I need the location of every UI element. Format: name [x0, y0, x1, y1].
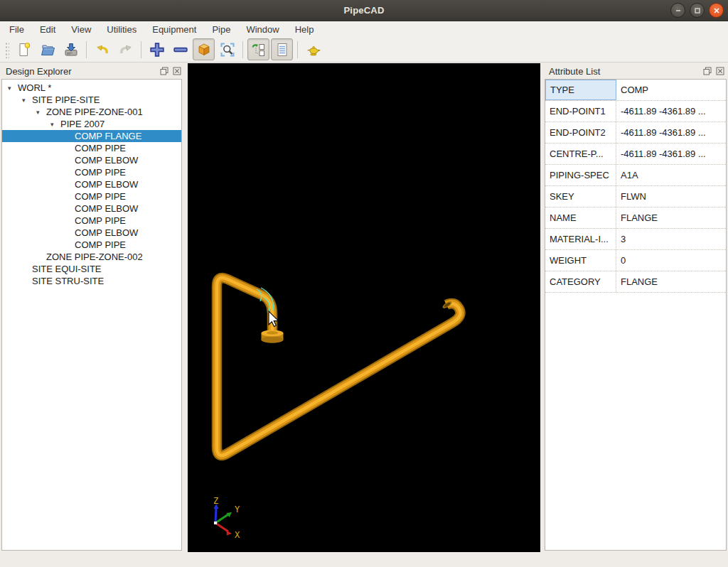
attribute-value[interactable]: -4611.89 -4361.89 ... [616, 101, 726, 122]
zoom-fit-button[interactable] [216, 38, 238, 60]
cube-icon [196, 41, 213, 58]
float-panel-button[interactable] [702, 66, 712, 76]
maximize-button[interactable] [690, 3, 705, 18]
minimize-button[interactable] [670, 3, 685, 18]
tree-item[interactable]: COMP PIPE [2, 142, 181, 154]
attribute-key[interactable]: END-POINT2 [545, 122, 616, 143]
attribute-key[interactable]: END-POINT1 [545, 101, 616, 122]
tree-item-label: SITE STRU-SITE [32, 276, 104, 286]
attribute-value[interactable]: FLANGE [616, 207, 726, 228]
open-folder-icon [39, 41, 56, 58]
attribute-key[interactable]: NAME [545, 207, 616, 228]
tree-item-label: COMP PIPE [75, 239, 126, 250]
tree-item[interactable]: ZONE PIPE-ZONE-002 [2, 251, 181, 263]
viewport-3d[interactable]: Z Y X [188, 63, 540, 552]
toolbar-separator [297, 41, 298, 58]
float-icon [160, 67, 168, 75]
attribute-key[interactable]: WEIGHT [545, 250, 616, 271]
toolbar-separator [141, 41, 141, 58]
tree-item[interactable]: COMP PIPE [2, 166, 181, 178]
design-explorer-panel: Design Explorer ▾WORL *▾SITE PIPE-SITE▾Z… [0, 63, 185, 554]
attribute-value[interactable]: -4611.89 -4361.89 ... [616, 122, 726, 143]
menu-edit[interactable]: Edit [32, 23, 63, 36]
attribute-list-title: Attribute List [549, 66, 700, 77]
tree-item[interactable]: COMP ELBOW [2, 154, 181, 166]
tree-item[interactable]: COMP ELBOW [2, 227, 181, 239]
redo-button[interactable] [114, 38, 136, 60]
menu-equipment[interactable]: Equipment [144, 23, 204, 36]
menu-view[interactable]: View [63, 23, 99, 36]
attribute-key[interactable]: CATEGORY [545, 271, 616, 292]
attribute-value[interactable]: -4611.89 -4361.89 ... [616, 144, 726, 164]
attribute-row: SKEYFLWN [545, 186, 726, 207]
tree-item[interactable]: ▾PIPE 2007 [2, 118, 181, 130]
tree-item[interactable]: COMP PIPE [2, 190, 181, 202]
report-view-button[interactable] [271, 38, 293, 60]
attribute-key[interactable]: MATERIAL-I... [545, 229, 616, 249]
new-button[interactable] [13, 38, 35, 60]
maximize-icon [694, 7, 701, 14]
toolbar-drag-handle[interactable] [4, 41, 9, 58]
tree-item[interactable]: SITE STRU-SITE [2, 275, 181, 287]
attribute-value[interactable]: FLWN [616, 186, 726, 207]
menu-pipe[interactable]: Pipe [204, 23, 238, 36]
zoom-in-button[interactable] [146, 38, 168, 60]
expand-arrow-icon[interactable]: ▾ [8, 85, 18, 92]
z-axis-label: Z [213, 496, 218, 506]
tree-view-button[interactable] [247, 38, 269, 60]
close-panel-button[interactable] [172, 66, 182, 76]
window-title: PipeCAD [343, 5, 384, 16]
new-file-icon [16, 41, 33, 58]
attribute-key[interactable]: TYPE [545, 80, 616, 100]
attribute-row: CATEGORYFLANGE [545, 271, 726, 293]
wizard-button[interactable] [302, 38, 324, 60]
plus-icon [148, 40, 166, 59]
attribute-value[interactable]: 3 [616, 229, 726, 249]
document-icon [274, 41, 291, 58]
tree-item-label: COMP PIPE [75, 167, 126, 178]
close-panel-button[interactable] [715, 66, 725, 76]
tree-item[interactable]: COMP ELBOW [2, 178, 181, 190]
attribute-row: NAMEFLANGE [545, 207, 726, 229]
tree-item[interactable]: COMP PIPE [2, 239, 181, 251]
open-button[interactable] [36, 38, 58, 60]
tree-item-label: COMP ELBOW [75, 227, 138, 238]
attribute-value[interactable]: COMP [616, 80, 726, 100]
tree-item-label: COMP PIPE [75, 191, 126, 202]
expand-arrow-icon[interactable]: ▾ [36, 109, 46, 116]
attribute-key[interactable]: SKEY [545, 186, 616, 207]
close-icon [713, 7, 720, 14]
menu-utilities[interactable]: Utilities [99, 23, 144, 36]
attribute-value[interactable]: A1A [616, 165, 726, 185]
tree-item[interactable]: COMP FLANGE [2, 130, 181, 142]
tree-item[interactable]: SITE EQUI-SITE [2, 263, 181, 275]
design-explorer-tree: ▾WORL *▾SITE PIPE-SITE▾ZONE PIPE-ZONE-00… [1, 79, 182, 551]
attribute-key[interactable]: CENTRE-P... [545, 144, 616, 164]
view-3d-button[interactable] [193, 38, 215, 60]
attribute-key[interactable]: PIPING-SPEC [545, 165, 616, 185]
expand-arrow-icon[interactable]: ▾ [22, 97, 32, 104]
zoom-out-button[interactable] [169, 38, 191, 60]
tree-item[interactable]: ▾ZONE PIPE-ZONE-001 [2, 106, 181, 118]
attribute-value[interactable]: 0 [616, 250, 726, 271]
tree-item-label: PIPE 2007 [60, 119, 105, 129]
float-panel-button[interactable] [159, 66, 169, 76]
attribute-row: END-POINT2-4611.89 -4361.89 ... [545, 122, 726, 144]
menu-help[interactable]: Help [287, 23, 322, 36]
menu-window[interactable]: Window [238, 23, 287, 36]
tree-item[interactable]: ▾SITE PIPE-SITE [2, 94, 181, 106]
close-icon [716, 67, 724, 75]
undo-button[interactable] [91, 38, 113, 60]
tree-item[interactable]: ▾WORL * [2, 82, 181, 94]
menu-file[interactable]: File [1, 23, 32, 36]
close-button[interactable] [709, 3, 724, 18]
menu-bar: FileEditViewUtilitiesEquipmentPipeWindow… [0, 21, 728, 37]
save-button[interactable] [60, 38, 82, 60]
pipe-3d-scene: Z Y X [188, 63, 540, 552]
tree-item[interactable]: COMP ELBOW [2, 202, 181, 215]
tree-item[interactable]: COMP PIPE [2, 215, 181, 227]
attribute-value[interactable]: FLANGE [616, 271, 726, 292]
window-controls [670, 3, 724, 18]
expand-arrow-icon[interactable]: ▾ [50, 121, 60, 128]
tree-item-label: SITE EQUI-SITE [32, 264, 102, 274]
